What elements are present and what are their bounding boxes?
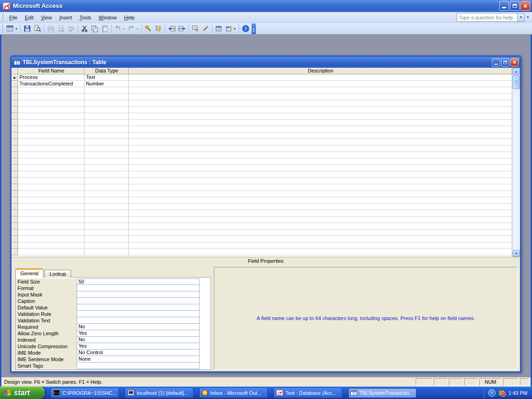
doc-minimize-button[interactable] <box>492 58 500 66</box>
property-value[interactable] <box>77 310 200 317</box>
ask-a-question-input[interactable] <box>457 13 518 22</box>
description-cell[interactable] <box>129 74 512 81</box>
new-object-button[interactable]: ▼ <box>224 24 237 34</box>
spelling-button[interactable]: ABC <box>66 24 76 34</box>
row-selector[interactable] <box>12 107 18 113</box>
row-selector[interactable] <box>12 165 18 171</box>
property-label[interactable]: Indexed <box>16 337 77 343</box>
toolbar-grip[interactable] <box>2 25 4 32</box>
menu-view[interactable]: View <box>37 13 56 22</box>
view-button[interactable]: ▼ <box>6 24 19 34</box>
table-row[interactable] <box>12 120 512 126</box>
copy-button[interactable] <box>90 24 100 34</box>
restore-button[interactable] <box>510 1 520 11</box>
taskbar-item-tblsystemtransactions[interactable]: TBLSystemTransactio... <box>348 388 417 398</box>
table-row[interactable] <box>12 217 512 223</box>
scroll-up-icon[interactable]: ▲ <box>513 68 520 75</box>
table-row[interactable] <box>12 126 512 133</box>
table-row[interactable] <box>12 236 512 242</box>
row-selector[interactable] <box>12 210 18 217</box>
menu-tools[interactable]: Tools <box>76 13 95 22</box>
table-row[interactable] <box>12 165 512 171</box>
row-selector[interactable] <box>12 158 18 165</box>
table-row[interactable] <box>12 197 512 204</box>
doc-maximize-button[interactable] <box>501 58 509 66</box>
row-selector[interactable] <box>12 223 18 230</box>
table-row[interactable] <box>12 152 512 158</box>
scroll-down-icon[interactable]: ▼ <box>513 250 520 257</box>
taskbar-item-outlook-inbox[interactable]: Inbox - Microsoft Out... <box>200 388 268 398</box>
table-row[interactable] <box>12 158 512 165</box>
description-cell[interactable] <box>129 81 512 87</box>
row-selector[interactable] <box>12 145 18 152</box>
row-selector[interactable] <box>12 113 18 120</box>
menu-file[interactable]: File <box>6 13 21 22</box>
table-row[interactable] <box>12 100 512 107</box>
menu-edit[interactable]: Edit <box>21 13 37 22</box>
property-value[interactable]: No Control <box>77 349 200 356</box>
indexes-button[interactable] <box>153 24 163 34</box>
table-row[interactable] <box>12 107 512 113</box>
table-row[interactable] <box>12 133 512 139</box>
row-selector[interactable] <box>12 242 18 249</box>
doc-close-button[interactable]: × <box>510 58 519 66</box>
tray-chevron-icon[interactable]: ‹ <box>488 389 496 397</box>
row-selector[interactable] <box>12 94 18 100</box>
row-selector[interactable] <box>12 217 18 223</box>
toolbar-options-handle[interactable]: ▼▼ <box>252 24 256 34</box>
row-selector[interactable] <box>12 133 18 139</box>
table-row[interactable] <box>12 145 512 152</box>
vertical-scrollbar[interactable]: ▲ ▼ <box>512 68 520 257</box>
save-button[interactable] <box>22 24 32 34</box>
property-value[interactable] <box>77 297 200 304</box>
menu-help[interactable]: Help <box>121 13 139 22</box>
menu-insert[interactable]: Insert <box>55 13 76 22</box>
table-row[interactable] <box>12 210 512 217</box>
table-row[interactable] <box>12 230 512 236</box>
start-button[interactable]: start <box>0 387 45 399</box>
table-row[interactable] <box>12 87 512 94</box>
print-preview-button[interactable] <box>56 24 66 34</box>
build-button[interactable] <box>200 24 211 34</box>
property-value[interactable] <box>77 317 200 324</box>
minimize-button[interactable] <box>499 1 509 11</box>
taskbar-item-localhost[interactable]: localhost (1) [default]... <box>125 388 193 398</box>
property-label[interactable]: Smart Tags <box>16 363 77 369</box>
row-selector[interactable] <box>12 126 18 133</box>
property-value[interactable]: Yes <box>77 330 200 337</box>
primary-key-button[interactable] <box>143 24 153 34</box>
table-row[interactable] <box>12 178 512 184</box>
tab-general[interactable]: General <box>15 268 43 278</box>
tab-lookup[interactable]: Lookup <box>44 270 71 278</box>
table-row[interactable] <box>12 94 512 100</box>
property-value[interactable] <box>77 284 200 291</box>
data-type-cell[interactable]: Text <box>85 74 129 81</box>
property-label[interactable]: IME Sentence Mode <box>16 356 77 363</box>
properties-button[interactable] <box>190 24 200 34</box>
property-label[interactable]: Validation Rule <box>16 311 77 317</box>
row-selector[interactable] <box>12 184 18 191</box>
taskbar-item-test-database[interactable]: Test : Database (Acc... <box>274 388 342 398</box>
property-label[interactable]: Unicode Compression <box>16 343 77 350</box>
field-name-cell[interactable]: TransactionsCompleted <box>18 81 85 87</box>
property-label[interactable]: Default Value <box>16 304 77 311</box>
redo-button[interactable]: ▼ <box>127 24 140 34</box>
row-selector[interactable] <box>12 236 18 242</box>
column-header-field-name[interactable]: Field Name <box>18 68 85 74</box>
property-value[interactable]: No <box>77 336 200 343</box>
print-button[interactable] <box>46 24 56 34</box>
row-selector[interactable] <box>12 87 18 94</box>
database-window-button[interactable] <box>214 24 224 34</box>
property-label[interactable]: Validation Text <box>16 317 77 324</box>
document-titlebar[interactable]: TBLSystemTransactions : Table × <box>12 57 520 68</box>
table-row[interactable]: TransactionsCompleted Number <box>12 81 512 87</box>
table-row[interactable]: ► Process Text <box>12 74 512 81</box>
tray-status-icon[interactable] <box>498 390 505 396</box>
property-value[interactable]: Yes <box>77 343 200 350</box>
property-label[interactable]: IME Mode <box>16 350 77 356</box>
row-selector[interactable] <box>12 81 18 87</box>
row-selector[interactable] <box>12 152 18 158</box>
column-header-description[interactable]: Description <box>129 68 512 74</box>
row-selector[interactable] <box>12 139 18 145</box>
paste-button[interactable] <box>100 24 110 34</box>
